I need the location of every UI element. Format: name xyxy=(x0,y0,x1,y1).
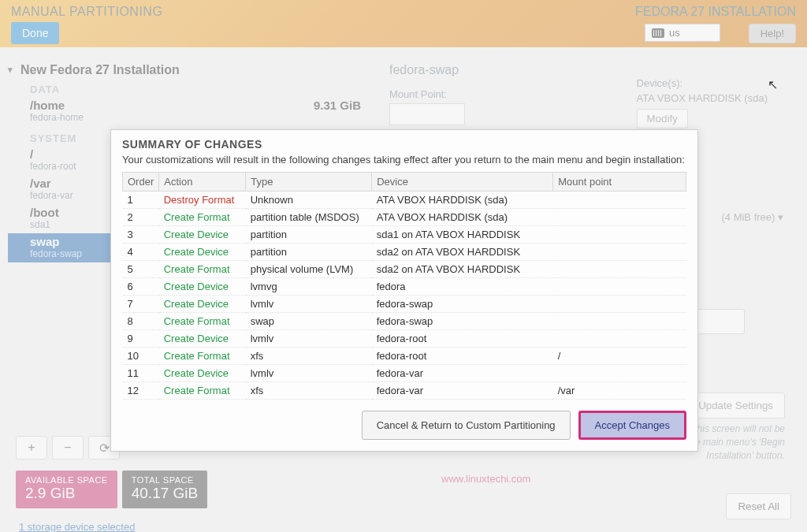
summary-dialog: SUMMARY OF CHANGES Your customizations w… xyxy=(110,129,698,452)
cell-order: 9 xyxy=(123,330,159,348)
cell-type: partition xyxy=(246,244,372,261)
dialog-title: SUMMARY OF CHANGES xyxy=(122,138,686,151)
table-header-row: Order Action Type Device Mount point xyxy=(123,173,686,192)
table-row[interactable]: 4Create Devicepartitionsda2 on ATA VBOX … xyxy=(123,244,686,261)
table-row[interactable]: 1Destroy FormatUnknownATA VBOX HARDDISK … xyxy=(123,192,686,209)
table-row[interactable]: 11Create Devicelvmlvfedora-var xyxy=(123,365,686,382)
cell-mount xyxy=(553,330,686,348)
dialog-buttons: Cancel & Return to Custom Partitioning A… xyxy=(122,411,686,440)
col-device[interactable]: Device xyxy=(372,173,553,192)
cell-mount xyxy=(553,226,686,244)
cell-action: Create Format xyxy=(159,382,246,400)
cell-action: Create Device xyxy=(159,226,246,244)
cell-type: partition xyxy=(246,226,372,244)
cell-type: xfs xyxy=(246,382,372,400)
cell-order: 3 xyxy=(123,226,159,244)
dialog-subtitle: Your customizations will result in the f… xyxy=(122,154,686,166)
cell-device: fedora-var xyxy=(372,382,553,400)
cell-order: 6 xyxy=(123,278,159,296)
accept-changes-button[interactable]: Accept Changes xyxy=(578,411,686,440)
cell-device: sda2 on ATA VBOX HARDDISK xyxy=(372,261,553,278)
table-row[interactable]: 8Create Formatswapfedora-swap xyxy=(123,313,686,330)
cell-mount xyxy=(553,296,686,313)
cell-order: 10 xyxy=(123,348,159,365)
cell-action: Create Format xyxy=(159,209,246,226)
cell-type: lvmlv xyxy=(246,296,372,313)
cell-type: physical volume (LVM) xyxy=(246,261,372,278)
cell-action: Create Device xyxy=(159,244,246,261)
cell-order: 7 xyxy=(123,296,159,313)
cell-action: Create Format xyxy=(159,348,246,365)
cell-action: Create Format xyxy=(159,261,246,278)
cell-mount xyxy=(553,244,686,261)
cell-mount xyxy=(553,209,686,226)
table-row[interactable]: 3Create Devicepartitionsda1 on ATA VBOX … xyxy=(123,226,686,244)
table-row[interactable]: 9Create Devicelvmlvfedora-root xyxy=(123,330,686,348)
cell-order: 5 xyxy=(123,261,159,278)
cell-order: 1 xyxy=(123,192,159,209)
cell-device: fedora-var xyxy=(372,365,553,382)
cell-mount: / xyxy=(553,348,686,365)
cell-order: 11 xyxy=(123,365,159,382)
cell-mount xyxy=(553,192,686,209)
cell-device: sda2 on ATA VBOX HARDDISK xyxy=(372,244,553,261)
cell-device: fedora-root xyxy=(372,330,553,348)
col-type[interactable]: Type xyxy=(246,173,372,192)
cell-type: Unknown xyxy=(246,192,372,209)
cell-device: ATA VBOX HARDDISK (sda) xyxy=(372,192,553,209)
table-row[interactable]: 6Create Devicelvmvgfedora xyxy=(123,278,686,296)
table-row[interactable]: 2Create Formatpartition table (MSDOS)ATA… xyxy=(123,209,686,226)
cancel-button[interactable]: Cancel & Return to Custom Partitioning xyxy=(362,411,571,440)
table-row[interactable]: 7Create Devicelvmlvfedora-swap xyxy=(123,296,686,313)
cell-type: lvmvg xyxy=(246,278,372,296)
table-row[interactable]: 12Create Formatxfsfedora-var/var xyxy=(123,382,686,400)
cell-device: fedora-swap xyxy=(372,296,553,313)
col-order[interactable]: Order xyxy=(123,173,159,192)
cell-mount xyxy=(553,365,686,382)
cell-action: Create Device xyxy=(159,365,246,382)
cell-mount xyxy=(553,261,686,278)
table-row[interactable]: 10Create Formatxfsfedora-root/ xyxy=(123,348,686,365)
cell-mount: /var xyxy=(553,382,686,400)
cell-order: 2 xyxy=(123,209,159,226)
cell-type: lvmlv xyxy=(246,330,372,348)
cell-action: Create Device xyxy=(159,330,246,348)
changes-table: Order Action Type Device Mount point 1De… xyxy=(122,172,686,400)
cell-mount xyxy=(553,313,686,330)
cell-device: fedora-root xyxy=(372,348,553,365)
cell-type: swap xyxy=(246,313,372,330)
col-action[interactable]: Action xyxy=(159,173,246,192)
cell-device: fedora-swap xyxy=(372,313,553,330)
cursor-icon: ↖ xyxy=(768,77,778,92)
cell-device: sda1 on ATA VBOX HARDDISK xyxy=(372,226,553,244)
cell-action: Create Format xyxy=(159,313,246,330)
cell-action: Create Device xyxy=(159,278,246,296)
table-row[interactable]: 5Create Formatphysical volume (LVM)sda2 … xyxy=(123,261,686,278)
cell-order: 8 xyxy=(123,313,159,330)
cell-action: Create Device xyxy=(159,296,246,313)
cell-order: 4 xyxy=(123,244,159,261)
cell-mount xyxy=(553,278,686,296)
cell-type: partition table (MSDOS) xyxy=(246,209,372,226)
cell-type: xfs xyxy=(246,348,372,365)
cell-device: fedora xyxy=(372,278,553,296)
cell-device: ATA VBOX HARDDISK (sda) xyxy=(372,209,553,226)
cell-type: lvmlv xyxy=(246,365,372,382)
cell-order: 12 xyxy=(123,382,159,400)
cell-action: Destroy Format xyxy=(159,192,246,209)
col-mount[interactable]: Mount point xyxy=(553,173,686,192)
